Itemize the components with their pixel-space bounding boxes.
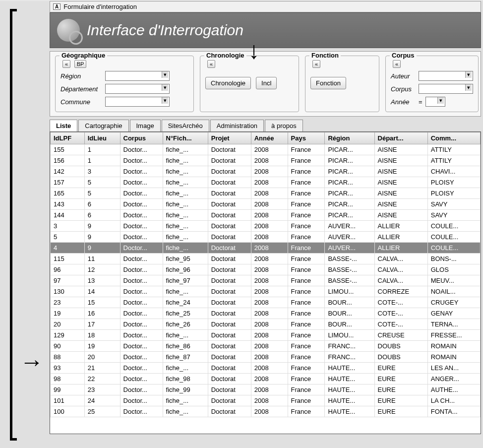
cell-region: AUVER... <box>325 232 374 243</box>
cell-corpus: Doctor... <box>120 406 163 417</box>
cell-fiche: fiche_... <box>163 406 208 417</box>
cell-comm: ROMAIN <box>427 341 480 352</box>
departement-combo[interactable] <box>105 84 170 94</box>
table-row[interactable]: 1446Doctor...fiche_...Doctorat2008France… <box>51 210 481 221</box>
tab-image[interactable]: Image <box>130 120 161 131</box>
table-row[interactable]: 9822Doctor...fiche_98Doctorat2008FranceH… <box>51 374 481 384</box>
cell-corpus: Doctor... <box>120 395 163 406</box>
col-header[interactable]: IdLPF <box>51 132 85 144</box>
table-row[interactable]: 1916Doctor...fiche_25Doctorat2008FranceB… <box>51 308 481 319</box>
cell-corpus: Doctor... <box>120 363 163 374</box>
annee-combo[interactable] <box>425 97 445 107</box>
table-row[interactable]: 13014Doctor...fiche_...Doctorat2008Franc… <box>51 286 481 297</box>
table-row[interactable]: 9713Doctor...fiche_97Doctorat2008FranceB… <box>51 275 481 286</box>
cell-fiche: fiche_... <box>163 363 208 374</box>
table-row[interactable]: 10025Doctor...fiche_...Doctorat2008Franc… <box>51 406 481 417</box>
tab-liste[interactable]: Liste <box>50 120 77 131</box>
fonction-collapse-button[interactable]: « <box>312 60 320 68</box>
cell-corpus: Doctor... <box>120 188 163 199</box>
table-row[interactable]: 12918Doctor...fiche_...Doctorat2008Franc… <box>51 330 481 341</box>
auteur-combo[interactable] <box>419 71 473 81</box>
fonction-button[interactable]: Fonction <box>310 77 346 89</box>
cell-fiche: fiche_... <box>163 330 208 341</box>
table-row[interactable]: 1436Doctor...fiche_...Doctorat2008France… <box>51 199 481 210</box>
col-header[interactable]: Comm... <box>427 132 480 144</box>
table-row[interactable]: 49Doctor...fiche_...Doctorat2008FranceAU… <box>51 243 481 254</box>
cell-corpus: Doctor... <box>120 330 163 341</box>
commune-combo[interactable] <box>105 97 170 107</box>
cell-region: LIMOU... <box>325 286 374 297</box>
cell-dept: CALVA... <box>374 254 427 264</box>
cell-annee: 2008 <box>251 395 288 406</box>
table-row[interactable]: 59Doctor...fiche_...Doctorat2008FranceAU… <box>51 232 481 243</box>
cell-annee: 2008 <box>251 210 288 221</box>
cell-fiche: fiche_99 <box>163 384 208 395</box>
cell-projet: Doctorat <box>208 166 251 177</box>
cell-comm: SAVY <box>427 199 480 210</box>
table-row[interactable]: 1551Doctor...fiche_...Doctorat2008France… <box>51 144 481 155</box>
table-row[interactable]: 8820Doctor...fiche_87Doctorat2008FranceF… <box>51 352 481 363</box>
cell-corpus: Doctor... <box>120 286 163 297</box>
col-header[interactable]: Projet <box>208 132 251 144</box>
auteur-label: Auteur <box>391 72 416 80</box>
cell-dept: CREUSE <box>374 330 427 341</box>
region-combo[interactable] <box>105 71 170 81</box>
tab-administration[interactable]: Administration <box>210 120 264 131</box>
col-header[interactable]: N°Fich... <box>163 132 208 144</box>
table-row[interactable]: 9019Doctor...fiche_86Doctorat2008FranceF… <box>51 341 481 352</box>
table-row[interactable]: 2315Doctor...fiche_24Doctorat2008FranceB… <box>51 297 481 308</box>
cell-comm: ATTILY <box>427 155 480 166</box>
table-row[interactable]: 9612Doctor...fiche_96Doctorat2008FranceB… <box>51 264 481 275</box>
region-label: Région <box>60 72 102 80</box>
cell-pays: France <box>288 384 325 395</box>
table-row[interactable]: 9321Doctor...fiche_...Doctorat2008France… <box>51 363 481 374</box>
cell-idlieu: 5 <box>84 177 120 188</box>
geo-bp-button[interactable]: BP <box>74 60 87 68</box>
cell-dept: COTE-... <box>374 297 427 308</box>
results-grid[interactable]: IdLPFIdLieuCorpusN°Fich...ProjetAnnéePay… <box>50 131 481 434</box>
cell-annee: 2008 <box>251 363 288 374</box>
corpus-legend: Corpus <box>390 52 417 59</box>
table-row[interactable]: 11511Doctor...fiche_95Doctorat2008France… <box>51 254 481 264</box>
cell-dept: AISNE <box>374 199 427 210</box>
table-row[interactable]: 9923Doctor...fiche_99Doctorat2008FranceH… <box>51 384 481 395</box>
cell-idlieu: 3 <box>84 166 120 177</box>
tab-sitesarcheo[interactable]: SitesArchéo <box>162 120 209 131</box>
table-row[interactable]: 10124Doctor...fiche_...Doctorat2008Franc… <box>51 395 481 406</box>
incl-button[interactable]: Incl <box>256 77 277 89</box>
col-header[interactable]: Région <box>325 132 374 144</box>
col-header[interactable]: Départ... <box>374 132 427 144</box>
table-row[interactable]: 2017Doctor...fiche_26Doctorat2008FranceB… <box>51 319 481 330</box>
cell-fiche: fiche_... <box>163 155 208 166</box>
chrono-collapse-button[interactable]: « <box>207 60 215 68</box>
cell-idlieu: 23 <box>84 384 120 395</box>
chronologie-button[interactable]: Chronologie <box>205 77 251 89</box>
cell-idlpf: 155 <box>51 144 85 155</box>
tab-apropos[interactable]: à propos <box>265 120 303 131</box>
cell-region: BASSE-... <box>325 264 374 275</box>
table-row[interactable]: 39Doctor...fiche_...Doctorat2008FranceAU… <box>51 221 481 232</box>
col-header[interactable]: Année <box>251 132 288 144</box>
cell-corpus: Doctor... <box>120 232 163 243</box>
geo-collapse-button[interactable]: « <box>62 60 70 68</box>
col-header[interactable]: IdLieu <box>84 132 120 144</box>
cell-idlpf: 19 <box>51 308 85 319</box>
cell-region: HAUTE... <box>325 406 374 417</box>
col-header[interactable]: Corpus <box>120 132 163 144</box>
cell-corpus: Doctor... <box>120 297 163 308</box>
cell-idlieu: 1 <box>84 155 120 166</box>
corpus-collapse-button[interactable]: « <box>393 60 401 68</box>
cell-annee: 2008 <box>251 406 288 417</box>
cell-corpus: Doctor... <box>120 155 163 166</box>
tab-cartographie[interactable]: Cartographie <box>78 120 128 131</box>
corpus-combo[interactable] <box>419 84 473 94</box>
table-row[interactable]: 1423Doctor...fiche_...Doctorat2008France… <box>51 166 481 177</box>
filter-fonction: Fonction « Fonction <box>305 56 379 112</box>
cell-dept: CALVA... <box>374 264 427 275</box>
header-banner: Interface d'Interrogation <box>50 12 481 48</box>
table-row[interactable]: 1655Doctor...fiche_...Doctorat2008France… <box>51 188 481 199</box>
filter-geographique: Géographique « BP Région Département Com… <box>55 56 194 112</box>
table-row[interactable]: 1561Doctor...fiche_...Doctorat2008France… <box>51 155 481 166</box>
table-row[interactable]: 1575Doctor...fiche_...Doctorat2008France… <box>51 177 481 188</box>
col-header[interactable]: Pays <box>288 132 325 144</box>
